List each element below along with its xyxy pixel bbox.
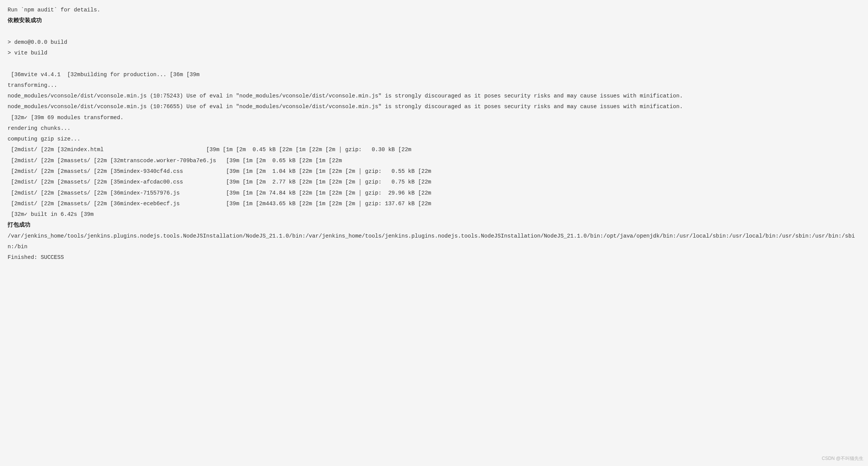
console-line: Run `npm audit` for details. xyxy=(8,5,860,15)
console-line: [32m✓ [39m 69 modules transformed. xyxy=(8,112,860,123)
console-line: > demo@0.0.0 build xyxy=(8,37,860,48)
console-line xyxy=(8,26,860,37)
console-line: [2mdist/ [22m [2massets/ [22m [36mindex-… xyxy=(8,188,860,198)
console-line xyxy=(8,58,860,69)
console-line: rendering chunks... xyxy=(8,123,860,134)
console-line: [2mdist/ [22m [32mindex.html [39m [1m [2… xyxy=(8,144,860,155)
console-line: node_modules/vconsole/dist/vconsole.min.… xyxy=(8,101,860,112)
console-line: > vite build xyxy=(8,48,860,58)
console-line: 依赖安装成功 xyxy=(8,15,860,26)
console-line: [2mdist/ [22m [2massets/ [22m [36mindex-… xyxy=(8,198,860,209)
console-line: [36mvite v4.4.1 [32mbuilding for product… xyxy=(8,69,860,80)
console-line: 打包成功 xyxy=(8,220,860,230)
console-line: computing gzip size... xyxy=(8,134,860,144)
console-line: [32m✓ built in 6.42s [39m xyxy=(8,209,860,220)
console-line: node_modules/vconsole/dist/vconsole.min.… xyxy=(8,91,860,101)
console-line: Finished: SUCCESS xyxy=(8,252,860,263)
console-line: [2mdist/ [22m [2massets/ [22m [35mindex-… xyxy=(8,177,860,187)
console-line: /var/jenkins_home/tools/jenkins.plugins.… xyxy=(8,231,860,252)
console-line: [2mdist/ [22m [2massets/ [22m [32mtransc… xyxy=(8,155,860,166)
console-output: Run `npm audit` for details.依赖安装成功 > dem… xyxy=(8,5,860,263)
console-line: transforming... xyxy=(8,80,860,91)
console-line: [2mdist/ [22m [2massets/ [22m [35mindex-… xyxy=(8,166,860,177)
